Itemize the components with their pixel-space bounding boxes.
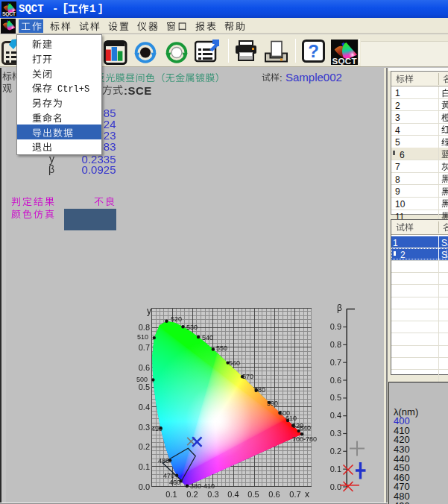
svg-text:0.8: 0.8 — [139, 323, 150, 332]
svg-text:0.1: 0.1 — [330, 464, 341, 473]
svg-text:0.6: 0.6 — [139, 363, 150, 372]
svg-text:0.7: 0.7 — [289, 490, 300, 499]
svg-text:540: 540 — [202, 334, 213, 341]
svg-text:β: β — [337, 303, 342, 313]
svg-text:0.3: 0.3 — [139, 423, 150, 432]
svg-text:550: 550 — [216, 344, 227, 352]
svg-text:0.2: 0.2 — [139, 442, 150, 451]
svg-text:0.4: 0.4 — [139, 403, 150, 412]
svg-text:0.7: 0.7 — [330, 358, 341, 367]
svg-text:570: 570 — [242, 373, 253, 380]
svg-text:0.3: 0.3 — [207, 490, 218, 499]
svg-text:520: 520 — [171, 315, 182, 323]
svg-text:0.8: 0.8 — [330, 340, 341, 349]
svg-text:490: 490 — [151, 425, 163, 432]
svg-text:0.6: 0.6 — [330, 376, 341, 385]
svg-text:0.7: 0.7 — [139, 343, 150, 352]
svg-text:0.4: 0.4 — [227, 490, 239, 499]
svg-text:0.1: 0.1 — [139, 462, 150, 471]
svg-text:y: y — [147, 306, 151, 316]
svg-text:x: x — [305, 489, 309, 500]
svg-text:0.5: 0.5 — [330, 393, 341, 402]
svg-text:0.5: 0.5 — [247, 490, 259, 499]
svg-text:530: 530 — [186, 324, 198, 331]
svg-text:0.9: 0.9 — [330, 322, 341, 331]
svg-text:0.2: 0.2 — [186, 490, 198, 499]
svg-text:0.0: 0.0 — [139, 482, 150, 491]
svg-text:590: 590 — [267, 400, 278, 407]
svg-text:0.4: 0.4 — [330, 411, 341, 420]
svg-text:0.5: 0.5 — [139, 382, 150, 391]
svg-text:700-780: 700-780 — [292, 435, 317, 443]
svg-text:510: 510 — [137, 333, 148, 341]
svg-text:0.6: 0.6 — [268, 490, 280, 499]
svg-text:640: 640 — [300, 424, 311, 432]
svg-text:460: 460 — [169, 479, 180, 486]
svg-text:0.3: 0.3 — [330, 429, 341, 438]
svg-text:610: 610 — [285, 415, 297, 422]
svg-text:560: 560 — [229, 359, 240, 367]
svg-text:0.0: 0.0 — [330, 482, 341, 491]
svg-text:580: 580 — [254, 386, 265, 394]
svg-text:0.2: 0.2 — [330, 447, 341, 456]
svg-text:0.1: 0.1 — [165, 490, 177, 499]
svg-text:380-410: 380-410 — [190, 482, 215, 490]
